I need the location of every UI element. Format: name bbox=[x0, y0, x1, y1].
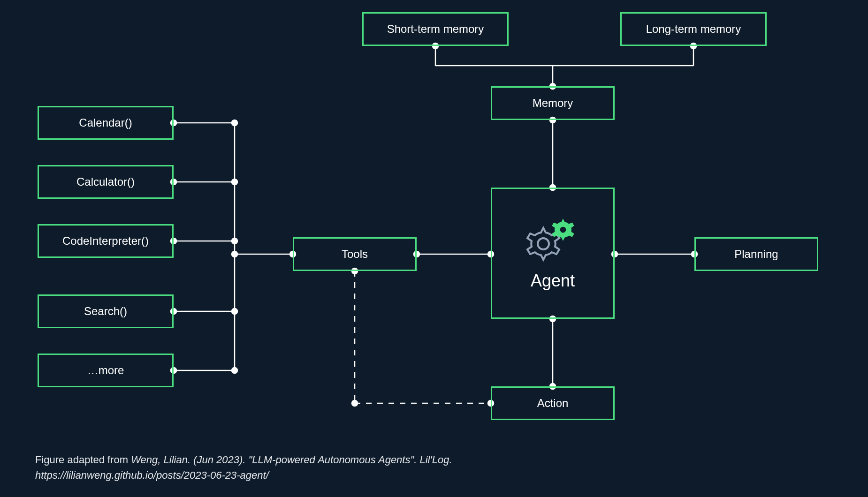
svg-point-24 bbox=[232, 120, 237, 126]
node-tool-calculator: Calculator() bbox=[38, 165, 174, 199]
svg-point-40 bbox=[352, 400, 358, 406]
svg-point-43 bbox=[538, 238, 549, 249]
node-label: Short-term memory bbox=[387, 23, 484, 36]
node-tool-calendar: Calendar() bbox=[38, 106, 174, 140]
node-label: Action bbox=[537, 397, 569, 410]
gears-icon bbox=[525, 216, 581, 263]
node-label: CodeInterpreter() bbox=[62, 234, 149, 248]
node-label: Planning bbox=[734, 248, 778, 261]
node-label: Memory bbox=[533, 97, 573, 110]
node-long-term-memory: Long-term memory bbox=[620, 12, 767, 46]
node-tool-more: …more bbox=[38, 354, 174, 387]
node-label: Long-term memory bbox=[646, 23, 741, 36]
svg-point-31 bbox=[232, 251, 237, 257]
node-label: …more bbox=[87, 364, 124, 377]
citation-url: https://lilianweng.github.io/posts/2023-… bbox=[35, 469, 269, 481]
svg-point-37 bbox=[232, 368, 237, 373]
svg-point-27 bbox=[232, 179, 237, 185]
node-memory: Memory bbox=[491, 86, 615, 120]
citation-lead: Figure adapted from bbox=[35, 454, 131, 466]
diagram-canvas: Short-term memory Long-term memory Memor… bbox=[0, 0, 868, 497]
node-short-term-memory: Short-term memory bbox=[362, 12, 509, 46]
node-label: Calendar() bbox=[79, 116, 132, 129]
svg-point-30 bbox=[232, 238, 237, 244]
node-label: Tools bbox=[342, 248, 368, 261]
node-label: Calculator() bbox=[76, 175, 135, 188]
node-label: Agent bbox=[531, 271, 575, 291]
node-planning: Planning bbox=[694, 237, 818, 271]
node-tools: Tools bbox=[293, 237, 417, 271]
citation-text: Figure adapted from Weng, Lilian. (Jun 2… bbox=[35, 452, 452, 483]
node-tool-codeinterpreter: CodeInterpreter() bbox=[38, 224, 174, 258]
svg-point-34 bbox=[232, 309, 237, 314]
node-agent: Agent bbox=[491, 188, 615, 319]
node-label: Search() bbox=[84, 305, 127, 318]
svg-point-44 bbox=[560, 227, 566, 233]
node-tool-search: Search() bbox=[38, 294, 174, 328]
citation-reference: Weng, Lilian. (Jun 2023). "LLM-powered A… bbox=[131, 454, 452, 466]
node-action: Action bbox=[491, 386, 615, 420]
